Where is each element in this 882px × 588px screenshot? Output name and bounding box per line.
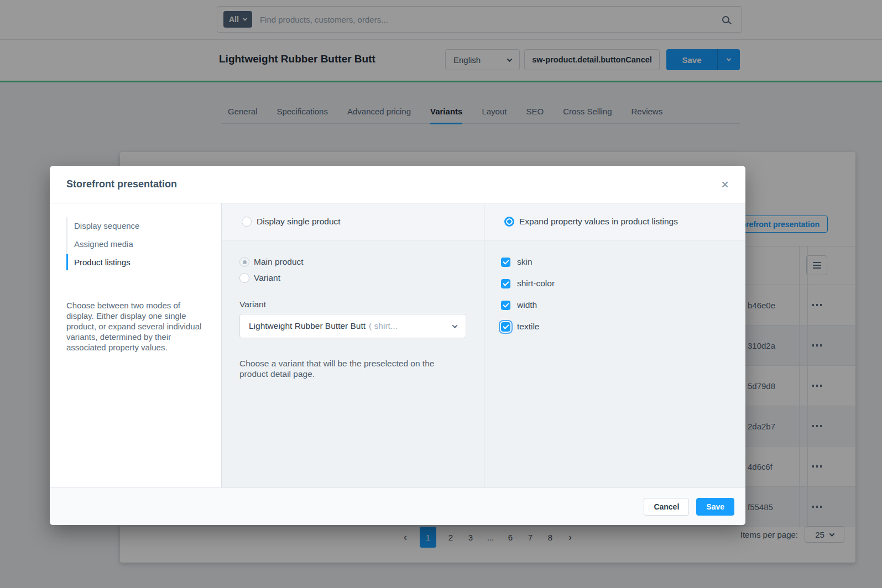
property-row-width: width: [501, 300, 729, 310]
modal-save-button[interactable]: Save: [696, 498, 734, 516]
main-product-label: Main product: [254, 257, 304, 267]
expand-properties-label: Expand property values in product listin…: [519, 217, 678, 227]
expand-properties-option: Expand property values in product listin…: [484, 203, 745, 240]
expand-properties-column: Expand property values in product listin…: [484, 203, 745, 487]
variant-select-value: Lightweight Rubber Butter Butt: [249, 321, 366, 331]
textile-checkbox[interactable]: [501, 322, 510, 332]
variant-helper-text: Choose a variant that will be the presel…: [239, 358, 461, 379]
modal-footer: Cancel Save: [50, 487, 745, 525]
width-checkbox[interactable]: [501, 301, 510, 310]
textile-label: textile: [517, 322, 540, 332]
variant-option-label: Variant: [254, 273, 280, 283]
skin-checkbox[interactable]: [501, 258, 510, 267]
single-product-content: Main product Variant Variant Lightweight…: [222, 240, 484, 379]
shirt-color-checkbox[interactable]: [501, 279, 510, 288]
storefront-presentation-modal: Storefront presentation × Display sequen…: [50, 166, 745, 525]
modal-title: Storefront presentation: [66, 179, 177, 190]
skin-label: skin: [517, 257, 533, 267]
shirt-color-label: shirt-color: [517, 279, 555, 288]
sidebar-item-display-sequence[interactable]: Display sequence: [67, 217, 206, 235]
modal-sidebar: Display sequence Assigned media Product …: [50, 203, 221, 487]
modal-header: Storefront presentation ×: [50, 166, 745, 203]
app-root: All Lightweight Rubber Butter Butt Engli…: [0, 0, 882, 588]
properties-list: skin shirt-color width textile: [484, 240, 745, 332]
width-label: width: [517, 300, 537, 310]
modal-cancel-button[interactable]: Cancel: [644, 498, 689, 516]
modal-body: Display sequence Assigned media Product …: [50, 203, 745, 487]
sidebar-item-product-listings[interactable]: Product listings: [67, 253, 206, 271]
variant-radio[interactable]: [239, 273, 249, 283]
property-row-skin: skin: [501, 257, 729, 267]
variant-select-value-muted: ( shirt...: [369, 321, 398, 331]
modal-sidebar-nav: Display sequence Assigned media Product …: [66, 217, 206, 271]
single-product-column: Display single product Main product Vari…: [221, 203, 484, 487]
display-single-product-label: Display single product: [257, 217, 341, 227]
expand-properties-radio[interactable]: [504, 217, 514, 227]
single-product-option: Display single product: [222, 203, 484, 240]
main-product-radio[interactable]: [239, 257, 249, 267]
property-row-textile: textile: [501, 322, 729, 332]
mode-description: Choose between two modes of display. Eit…: [66, 300, 206, 353]
chevron-down-icon: [452, 323, 458, 328]
sidebar-item-assigned-media[interactable]: Assigned media: [67, 235, 206, 253]
variant-option: Variant: [239, 273, 466, 283]
main-product-option: Main product: [239, 257, 466, 267]
display-single-product-radio[interactable]: [242, 217, 252, 227]
variant-field-label: Variant: [239, 300, 466, 309]
property-row-shirt-color: shirt-color: [501, 279, 729, 288]
close-icon[interactable]: ×: [721, 178, 729, 191]
variant-select[interactable]: Lightweight Rubber Butter Butt ( shirt..…: [239, 314, 466, 338]
